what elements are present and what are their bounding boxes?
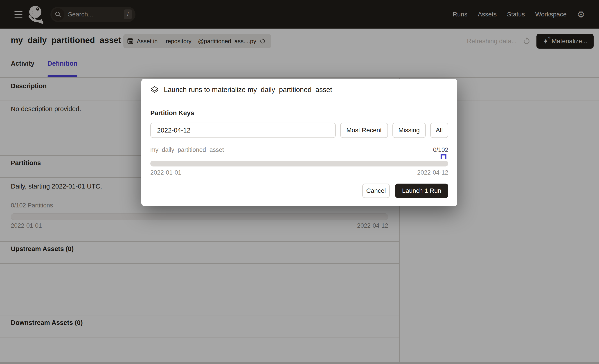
launch-run-button[interactable]: Launch 1 Run [395, 183, 448, 198]
all-button[interactable]: All [430, 123, 448, 138]
selected-partition-marker [440, 154, 446, 159]
dialog-range-end: 2022-04-12 [417, 169, 448, 176]
partition-keys-input[interactable] [150, 123, 336, 138]
dialog-range-labels: 2022-01-01 2022-04-12 [150, 169, 448, 176]
most-recent-button[interactable]: Most Recent [340, 123, 388, 138]
dialog-partition-bar[interactable] [150, 161, 448, 166]
layers-icon [150, 86, 159, 94]
cancel-button[interactable]: Cancel [362, 183, 390, 198]
asset-name-label: my_daily_partitioned_asset [150, 147, 224, 153]
dialog-range-start: 2022-01-01 [150, 169, 181, 176]
partition-keys-label: Partition Keys [150, 109, 448, 117]
asset-progress-row: my_daily_partitioned_asset 0/102 [150, 147, 448, 153]
launch-runs-dialog: Launch runs to materialize my_daily_part… [141, 79, 457, 206]
partition-count-label: 0/102 [433, 147, 448, 153]
missing-button[interactable]: Missing [392, 123, 426, 138]
dagster-asset-page: Search... / Runs Assets Status Workspace… [0, 0, 599, 364]
dialog-title: Launch runs to materialize my_daily_part… [164, 86, 332, 94]
dialog-header: Launch runs to materialize my_daily_part… [141, 79, 457, 101]
